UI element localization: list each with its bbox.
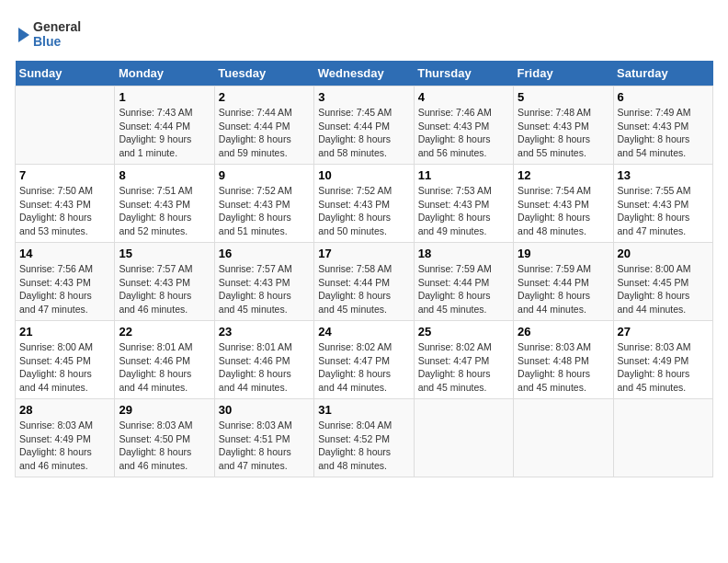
calendar-cell: 24Sunrise: 8:02 AM Sunset: 4:47 PM Dayli… — [314, 321, 414, 399]
calendar-cell: 31Sunrise: 8:04 AM Sunset: 4:52 PM Dayli… — [314, 399, 414, 477]
weekday-header-tuesday: Tuesday — [214, 61, 313, 86]
day-info: Sunrise: 7:54 AM Sunset: 4:43 PM Dayligh… — [518, 184, 609, 238]
calendar-cell: 30Sunrise: 8:03 AM Sunset: 4:51 PM Dayli… — [214, 399, 313, 477]
day-info: Sunrise: 7:59 AM Sunset: 4:44 PM Dayligh… — [418, 262, 509, 316]
day-info: Sunrise: 8:03 AM Sunset: 4:49 PM Dayligh… — [19, 419, 110, 473]
day-number: 31 — [318, 403, 409, 417]
day-info: Sunrise: 8:03 AM Sunset: 4:48 PM Dayligh… — [518, 340, 609, 395]
day-info: Sunrise: 8:04 AM Sunset: 4:52 PM Dayligh… — [318, 419, 409, 473]
day-info: Sunrise: 7:46 AM Sunset: 4:43 PM Dayligh… — [418, 106, 509, 160]
week-row-3: 14Sunrise: 7:56 AM Sunset: 4:43 PM Dayli… — [16, 243, 713, 321]
day-info: Sunrise: 7:58 AM Sunset: 4:44 PM Dayligh… — [318, 262, 409, 316]
calendar-cell: 5Sunrise: 7:48 AM Sunset: 4:43 PM Daylig… — [514, 86, 613, 165]
day-number: 1 — [119, 90, 210, 104]
logo-svg: GeneralBlue — [15, 15, 88, 52]
calendar-cell — [16, 86, 115, 165]
day-info: Sunrise: 8:03 AM Sunset: 4:49 PM Dayligh… — [618, 340, 709, 395]
calendar-cell: 23Sunrise: 8:01 AM Sunset: 4:46 PM Dayli… — [214, 321, 313, 399]
calendar-cell: 21Sunrise: 8:00 AM Sunset: 4:45 PM Dayli… — [16, 321, 115, 399]
day-number: 26 — [518, 325, 609, 339]
day-number: 21 — [19, 325, 110, 339]
calendar-cell: 11Sunrise: 7:53 AM Sunset: 4:43 PM Dayli… — [414, 165, 513, 243]
day-info: Sunrise: 8:03 AM Sunset: 4:50 PM Dayligh… — [119, 419, 210, 473]
week-row-4: 21Sunrise: 8:00 AM Sunset: 4:45 PM Dayli… — [16, 321, 713, 399]
day-number: 13 — [618, 168, 709, 182]
day-number: 23 — [219, 325, 310, 339]
day-info: Sunrise: 7:57 AM Sunset: 4:43 PM Dayligh… — [119, 262, 210, 316]
calendar-cell: 20Sunrise: 8:00 AM Sunset: 4:45 PM Dayli… — [613, 243, 712, 321]
day-number: 14 — [19, 247, 110, 260]
day-number: 4 — [418, 90, 509, 104]
calendar-cell: 15Sunrise: 7:57 AM Sunset: 4:43 PM Dayli… — [115, 243, 214, 321]
day-number: 29 — [119, 403, 210, 417]
calendar-cell — [414, 399, 513, 477]
weekday-header-wednesday: Wednesday — [314, 61, 414, 86]
day-info: Sunrise: 7:55 AM Sunset: 4:43 PM Dayligh… — [618, 184, 709, 238]
day-info: Sunrise: 7:52 AM Sunset: 4:43 PM Dayligh… — [318, 184, 409, 238]
day-info: Sunrise: 7:45 AM Sunset: 4:44 PM Dayligh… — [318, 106, 409, 160]
day-info: Sunrise: 7:50 AM Sunset: 4:43 PM Dayligh… — [19, 184, 110, 238]
calendar-cell: 13Sunrise: 7:55 AM Sunset: 4:43 PM Dayli… — [613, 165, 712, 243]
day-number: 30 — [219, 403, 310, 417]
calendar-cell: 6Sunrise: 7:49 AM Sunset: 4:43 PM Daylig… — [613, 86, 712, 165]
calendar-cell: 2Sunrise: 7:44 AM Sunset: 4:44 PM Daylig… — [214, 86, 313, 165]
day-number: 16 — [219, 247, 310, 260]
day-number: 15 — [119, 247, 210, 260]
calendar-cell: 12Sunrise: 7:54 AM Sunset: 4:43 PM Dayli… — [514, 165, 613, 243]
day-number: 10 — [318, 168, 409, 182]
calendar-cell: 17Sunrise: 7:58 AM Sunset: 4:44 PM Dayli… — [314, 243, 414, 321]
calendar-cell: 29Sunrise: 8:03 AM Sunset: 4:50 PM Dayli… — [115, 399, 214, 477]
day-info: Sunrise: 8:02 AM Sunset: 4:47 PM Dayligh… — [318, 340, 409, 395]
day-number: 18 — [418, 247, 509, 260]
svg-text:Blue: Blue — [33, 34, 62, 49]
day-info: Sunrise: 8:01 AM Sunset: 4:46 PM Dayligh… — [119, 340, 210, 395]
day-info: Sunrise: 7:51 AM Sunset: 4:43 PM Dayligh… — [119, 184, 210, 238]
calendar-cell: 18Sunrise: 7:59 AM Sunset: 4:44 PM Dayli… — [414, 243, 513, 321]
week-row-2: 7Sunrise: 7:50 AM Sunset: 4:43 PM Daylig… — [16, 165, 713, 243]
calendar-cell — [613, 399, 712, 477]
weekday-header-sunday: Sunday — [16, 61, 115, 86]
week-row-5: 28Sunrise: 8:03 AM Sunset: 4:49 PM Dayli… — [16, 399, 713, 477]
calendar-cell — [514, 399, 613, 477]
day-number: 27 — [618, 325, 709, 339]
week-row-1: 1Sunrise: 7:43 AM Sunset: 4:44 PM Daylig… — [16, 86, 713, 165]
day-info: Sunrise: 8:02 AM Sunset: 4:47 PM Dayligh… — [418, 340, 509, 395]
calendar-cell: 14Sunrise: 7:56 AM Sunset: 4:43 PM Dayli… — [16, 243, 115, 321]
day-number: 11 — [418, 168, 509, 182]
day-info: Sunrise: 7:56 AM Sunset: 4:43 PM Dayligh… — [19, 262, 110, 316]
day-info: Sunrise: 7:59 AM Sunset: 4:44 PM Dayligh… — [518, 262, 609, 316]
day-number: 17 — [318, 247, 409, 260]
day-number: 12 — [518, 168, 609, 182]
weekday-header-saturday: Saturday — [613, 61, 712, 86]
day-info: Sunrise: 8:01 AM Sunset: 4:46 PM Dayligh… — [219, 340, 310, 395]
calendar-cell: 22Sunrise: 8:01 AM Sunset: 4:46 PM Dayli… — [115, 321, 214, 399]
day-number: 20 — [618, 247, 709, 260]
day-number: 3 — [318, 90, 409, 104]
calendar-cell: 8Sunrise: 7:51 AM Sunset: 4:43 PM Daylig… — [115, 165, 214, 243]
day-info: Sunrise: 7:48 AM Sunset: 4:43 PM Dayligh… — [518, 106, 609, 160]
calendar-cell: 4Sunrise: 7:46 AM Sunset: 4:43 PM Daylig… — [414, 86, 513, 165]
calendar-cell: 7Sunrise: 7:50 AM Sunset: 4:43 PM Daylig… — [16, 165, 115, 243]
day-number: 7 — [19, 168, 110, 182]
day-info: Sunrise: 8:03 AM Sunset: 4:51 PM Dayligh… — [219, 419, 310, 473]
day-info: Sunrise: 8:00 AM Sunset: 4:45 PM Dayligh… — [618, 262, 709, 316]
day-info: Sunrise: 8:00 AM Sunset: 4:45 PM Dayligh… — [19, 340, 110, 395]
day-number: 24 — [318, 325, 409, 339]
day-number: 25 — [418, 325, 509, 339]
day-number: 9 — [219, 168, 310, 182]
weekday-header-monday: Monday — [115, 61, 214, 86]
day-number: 22 — [119, 325, 210, 339]
weekday-header-friday: Friday — [514, 61, 613, 86]
calendar-cell: 10Sunrise: 7:52 AM Sunset: 4:43 PM Dayli… — [314, 165, 414, 243]
calendar-table: SundayMondayTuesdayWednesdayThursdayFrid… — [15, 61, 713, 477]
day-number: 5 — [518, 90, 609, 104]
day-info: Sunrise: 7:57 AM Sunset: 4:43 PM Dayligh… — [219, 262, 310, 316]
calendar-cell: 1Sunrise: 7:43 AM Sunset: 4:44 PM Daylig… — [115, 86, 214, 165]
day-info: Sunrise: 7:44 AM Sunset: 4:44 PM Dayligh… — [219, 106, 310, 160]
day-number: 19 — [518, 247, 609, 260]
day-info: Sunrise: 7:49 AM Sunset: 4:43 PM Dayligh… — [618, 106, 709, 160]
calendar-cell: 25Sunrise: 8:02 AM Sunset: 4:47 PM Dayli… — [414, 321, 513, 399]
day-number: 2 — [219, 90, 310, 104]
header: GeneralBlue — [15, 15, 713, 52]
day-number: 8 — [119, 168, 210, 182]
